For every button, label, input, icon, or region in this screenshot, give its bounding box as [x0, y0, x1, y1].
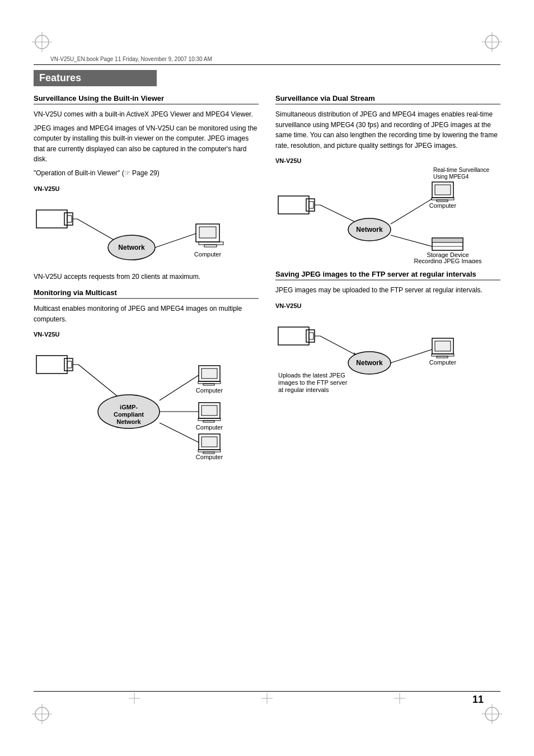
svg-line-66 — [391, 235, 432, 246]
svg-text:Computer: Computer — [429, 359, 457, 366]
builtin-para1: VN-V25U comes with a built-in ActiveX JP… — [34, 109, 259, 120]
corner-mark-bl — [31, 703, 53, 725]
builtin-ref: "Operation of Built-in Viewer" (☞ Page 2… — [34, 168, 259, 179]
svg-text:Network: Network — [356, 226, 383, 234]
svg-rect-49 — [202, 405, 217, 416]
corner-mark-tl — [31, 31, 53, 53]
diagram-builtin: VN-V25U Network — [34, 185, 259, 282]
svg-rect-54 — [202, 437, 217, 447]
svg-rect-31 — [36, 356, 67, 374]
bottom-crosshair-left — [129, 693, 140, 706]
footer-line — [34, 691, 500, 692]
svg-rect-91 — [437, 356, 448, 358]
svg-text:Compliant: Compliant — [114, 411, 144, 418]
diagram1-camera-label: VN-V25U — [34, 185, 259, 192]
svg-text:Computer: Computer — [429, 202, 457, 209]
diagram2-svg: iGMP- Compliant Network Computer — [34, 339, 252, 462]
bottom-crosshair-right — [394, 693, 405, 706]
corner-mark-br — [481, 703, 503, 725]
svg-line-62 — [320, 205, 359, 224]
bottom-crosshair-center — [261, 693, 273, 706]
svg-text:Uploads the latest JPEG: Uploads the latest JPEG — [278, 372, 345, 379]
header-text: VN-V25U_EN.book Page 11 Friday, November… — [50, 56, 212, 62]
svg-rect-70 — [435, 185, 451, 195]
builtin-para2: JPEG images and MPEG4 images of VN-V25U … — [34, 123, 259, 165]
svg-line-87 — [391, 349, 432, 363]
svg-rect-27 — [199, 227, 216, 238]
svg-text:Computer: Computer — [196, 387, 223, 394]
svg-rect-79 — [278, 327, 309, 345]
svg-line-40 — [160, 375, 199, 400]
svg-rect-60 — [309, 202, 313, 208]
svg-rect-51 — [203, 421, 214, 422]
subsection-ftp-heading: Saving JPEG images to the FTP server at … — [275, 270, 500, 281]
subsection-multicast-heading: Monitoring via Multicast — [34, 288, 259, 299]
svg-rect-29 — [204, 245, 217, 247]
svg-text:Network: Network — [356, 359, 383, 367]
diagram-ftp: VN-V25U Network — [275, 302, 500, 400]
svg-line-25 — [155, 234, 196, 248]
svg-text:Computer: Computer — [196, 454, 223, 460]
svg-text:Computer: Computer — [194, 251, 222, 258]
diagram2-camera-label: VN-V25U — [34, 331, 259, 338]
svg-text:Real-time Surveillance: Real-time Surveillance — [433, 167, 489, 173]
left-column: Surveillance Using the Built-in Viewer V… — [34, 94, 259, 469]
diagram4-camera-label: VN-V25U — [275, 302, 500, 309]
svg-line-42 — [160, 423, 199, 442]
svg-rect-89 — [435, 341, 451, 351]
svg-text:Computer: Computer — [196, 424, 223, 431]
svg-text:Using MPEG4: Using MPEG4 — [433, 174, 469, 180]
svg-text:iGMP-: iGMP- — [120, 404, 138, 410]
svg-rect-44 — [202, 368, 217, 379]
svg-rect-72 — [437, 200, 448, 202]
page-number: 11 — [472, 694, 484, 706]
svg-line-65 — [391, 199, 432, 224]
svg-text:Recording JPEG Images: Recording JPEG Images — [414, 258, 482, 263]
content-area: Features Surveillance Using the Built-in… — [34, 70, 500, 686]
svg-rect-46 — [203, 384, 214, 385]
svg-text:Network: Network — [118, 244, 145, 251]
svg-rect-58 — [278, 196, 309, 214]
page: VN-V25U_EN.book Page 11 Friday, November… — [0, 0, 534, 756]
diagram-multicast: VN-V25U iGMP- Compliant Network — [34, 331, 259, 462]
section-title: Features — [34, 70, 157, 86]
svg-text:Network: Network — [116, 418, 141, 425]
dualstream-para: Simultaneous distribution of JPEG and MP… — [275, 109, 500, 151]
diagram3-svg: Network Real-time Surveillance Using MPE… — [275, 165, 494, 263]
diagram4-svg: Network Computer Uploads the latest JPEG… — [275, 310, 494, 400]
subsection-dualstream-heading: Surveillance via Dual Stream — [275, 94, 500, 105]
multicast-para: Multicast enables monitoring of JPEG and… — [34, 304, 259, 324]
diagram1-svg: Network Computer — [34, 193, 252, 272]
corner-mark-tr — [481, 31, 503, 53]
svg-rect-75 — [432, 238, 463, 242]
right-column: Surveillance via Dual Stream Simultaneou… — [275, 94, 500, 469]
two-columns: Surveillance Using the Built-in Viewer V… — [34, 94, 500, 469]
svg-rect-20 — [67, 216, 72, 222]
ftp-para: JPEG images may be uploaded to the FTP s… — [275, 285, 500, 296]
svg-rect-81 — [309, 333, 313, 339]
svg-rect-33 — [67, 361, 72, 368]
subsection-builtin-heading: Surveillance Using the Built-in Viewer — [34, 94, 259, 105]
diagram-dualstream: VN-V25U Network — [275, 157, 500, 263]
builtin-caption: VN-V25U accepts requests from 20 clients… — [34, 272, 259, 282]
svg-text:images to the FTP server: images to the FTP server — [278, 379, 348, 386]
svg-line-83 — [320, 336, 358, 356]
header-line — [34, 64, 500, 65]
svg-text:at regular intervals: at regular intervals — [278, 386, 329, 393]
svg-rect-18 — [36, 210, 67, 228]
diagram3-camera-label: VN-V25U — [275, 157, 500, 164]
